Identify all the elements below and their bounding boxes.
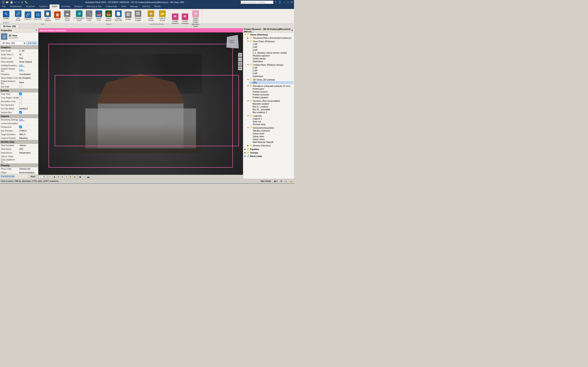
tb-minimize[interactable]: ─ [283, 1, 286, 4]
sec-manazer[interactable]: Manažer podlaží [249, 102, 294, 105]
sch-wall-material[interactable]: Wall Material Takeoff [249, 141, 294, 143]
link-revit-button[interactable]: 🔗 Link Revit [14, 10, 23, 22]
bb-hide-crop[interactable]: ⊟ [61, 175, 64, 179]
view-3d[interactable]: (3D) [249, 81, 294, 84]
unhide-element-button[interactable]: 👁 Unhide Element [171, 13, 180, 25]
leg-styl-car[interactable]: Styly čar [249, 120, 294, 123]
tab-collaborate[interactable]: Collaborate [104, 4, 119, 9]
rendering-settings-btn[interactable]: Edit... [19, 119, 37, 121]
qa-redo[interactable]: ↪ [17, 1, 20, 4]
bb-detail[interactable]: ⊞ [73, 175, 76, 179]
visibility-graphics-btn[interactable]: Edit... [19, 64, 37, 67]
tb-close[interactable]: ✕ [290, 1, 293, 4]
crop-region-checkbox[interactable] [19, 96, 22, 99]
tab-annotate[interactable]: Annotate [60, 4, 72, 9]
elev-severni[interactable]: Pohled severní [249, 90, 294, 93]
unhide-category-button[interactable]: 👁 Unhide Category [181, 13, 190, 25]
groups-row[interactable]: ▶ 📁 Groups [243, 151, 294, 154]
tb-maximize[interactable]: □ [287, 1, 289, 4]
qa-print[interactable]: 🖨 [20, 1, 24, 4]
nav-zoom-out[interactable]: − [238, 57, 242, 61]
3d-views-row[interactable]: ▼ 📁 3D Views (3D pohled) [246, 78, 294, 81]
tab-massing[interactable]: Massing & Site [85, 4, 104, 9]
load-as-group-button[interactable]: 📂 Load as Group [157, 10, 168, 22]
properties-help-link[interactable]: Properties help [1, 175, 15, 178]
bb-crop-region[interactable]: ⊡ [56, 175, 60, 179]
tab-file[interactable]: File [0, 4, 8, 9]
view-canvas[interactable]: RIGHT BACK + − ⊡ ↻ [38, 33, 243, 175]
revit-links-row[interactable]: ▶ 🔗 Revit Links [243, 155, 294, 158]
project-browser-scroll[interactable]: ▼ 📁 Views (Všechny) ▶ 📁 Structural Plans… [243, 33, 294, 179]
sign-in[interactable]: 👤 [278, 1, 282, 4]
elev-jizni[interactable]: Pohled jižní [249, 87, 294, 90]
fp-vyska[interactable]: Výška stavby [249, 57, 294, 60]
tab-modify[interactable]: Modify [152, 4, 163, 9]
schedules-row[interactable]: ▼ 📁 Schedules/Quantities [246, 126, 294, 129]
crop-view-checkbox[interactable] [19, 92, 22, 95]
leg-textove[interactable]: Textové styly [249, 123, 294, 126]
views-root[interactable]: ▼ 📁 Views (Všechny) [243, 33, 294, 36]
bb-rendering[interactable]: 🎨 [69, 175, 72, 179]
view-scale-display[interactable]: 1 : 50 [39, 175, 46, 178]
bb-thin-lines[interactable]: ≡ [48, 175, 52, 179]
revit-logo[interactable]: 🅁 [2, 1, 5, 4]
sch-oken[interactable]: Výkaz oken [249, 135, 294, 138]
manage-links-button[interactable]: 🔧 Manage Links [85, 10, 94, 22]
link-markup-button[interactable]: 📋 Link Markup [43, 10, 52, 22]
search-box[interactable]: Type a keyword or phrase [241, 1, 273, 4]
graphic-display-btn[interactable]: Edit... [19, 69, 37, 71]
sections-row[interactable]: ▼ 📁 Sections (Řez horizontální) [246, 99, 294, 102]
project-browser-close[interactable]: ✕ [291, 29, 293, 32]
help-icon[interactable]: ? [275, 1, 277, 4]
sch-dveri[interactable]: Výkaz dveří [249, 132, 294, 135]
sch-zdiva[interactable]: Výkaz zdiva [249, 138, 294, 141]
cp-zastreseni[interactable]: Zastřešení [249, 75, 294, 78]
import-gbxml-button[interactable]: 📥 Import gbXML [104, 10, 113, 22]
properties-close[interactable]: ✕ [35, 29, 37, 32]
tab-structure[interactable]: Structure [24, 4, 37, 9]
perspective-checkbox[interactable] [19, 125, 22, 128]
tab-addins[interactable]: Add-Ins [140, 4, 152, 9]
qa-save[interactable]: 💾 [9, 1, 13, 4]
fp-zastrešeni[interactable]: Zastřešení [249, 60, 294, 63]
sec-rez-b[interactable]: Řez B - schodiště [249, 108, 294, 111]
tab-manage[interactable]: Manage [128, 4, 140, 9]
manage-images-button[interactable]: 🖼 Manage Images [134, 10, 143, 22]
tab-systems[interactable]: Systems [37, 4, 50, 9]
apply-button[interactable]: Apply [29, 175, 37, 178]
tab-architecture[interactable]: Architecture [8, 4, 24, 9]
toggle-reveal-button[interactable]: ✕ Toggle Reveal Hidden Elements Mode [190, 10, 201, 28]
annotation-crop-checkbox[interactable] [19, 100, 22, 103]
sun-path-checkbox[interactable] [19, 85, 22, 88]
point-cloud-button[interactable]: ☁ Point Cloud [63, 10, 72, 22]
leg-legend1[interactable]: Legend 1 [249, 117, 294, 120]
tab-insert[interactable]: Insert [50, 4, 60, 9]
fp-1np[interactable]: 1.NP [249, 43, 294, 46]
tab-view[interactable]: View [119, 4, 128, 9]
bb-model-graphics[interactable]: ◻ [82, 175, 86, 179]
load-family-button[interactable]: 🏠 Load Family [146, 10, 156, 22]
fp-situacni[interactable]: C.1. Situační výkres širších vztahů [249, 51, 294, 54]
fp-2np[interactable]: 2.NP [249, 46, 294, 49]
link-cad-button[interactable]: ⊡ Link CAD [33, 11, 42, 21]
structural-plans-row[interactable]: ▶ 📁 Structural Plans (Konstrukční půdory… [246, 36, 294, 39]
import-cad-button[interactable]: 📥 Import CAD [94, 10, 103, 22]
fp-3np[interactable]: 3.NP [249, 49, 294, 51]
modify-button[interactable]: ✎ Modify [2, 10, 11, 20]
nav-rotate[interactable]: ↻ [238, 66, 242, 70]
sec-rez-a[interactable]: Řez A - podélný [249, 105, 294, 108]
edit-type-button[interactable]: Edit Type [27, 41, 37, 45]
view-type-dropdown[interactable]: 3D View: (3D) [1, 41, 26, 45]
nav-zoom-fit[interactable]: ⊡ [238, 62, 242, 66]
decal-button[interactable]: ▦ Decal [53, 11, 62, 21]
view-tab-3d[interactable]: 3D View: (3D) [0, 25, 19, 28]
qa-undo[interactable]: ↩ [14, 1, 17, 4]
section-box-checkbox[interactable] [19, 111, 22, 114]
properties-scroll[interactable]: Graphics View Scale 1 : 50 Scale Value 1… [0, 45, 38, 174]
families-row[interactable]: ▶ 📁 Families [243, 148, 294, 151]
sch-tabulka[interactable]: Tabulka místností [249, 129, 294, 132]
elev-zapadni[interactable]: Pohled západní [249, 96, 294, 99]
qa-open[interactable]: 📂 [5, 1, 9, 4]
link-ifc-button[interactable]: 🔗 Link IFC [24, 11, 33, 21]
floor-plans-row[interactable]: ▼ 📁 Floor Plans (Půdorys) [246, 40, 294, 43]
